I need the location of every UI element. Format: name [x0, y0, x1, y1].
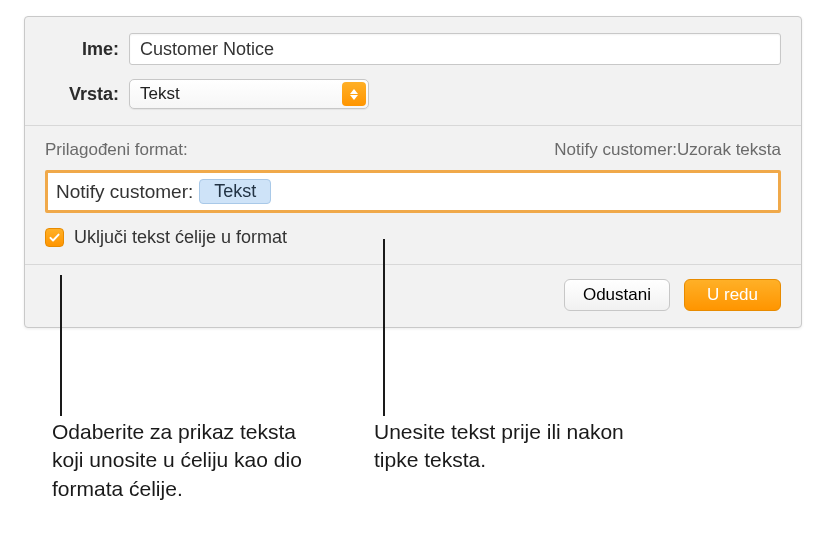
ok-button[interactable]: U redu	[684, 279, 781, 311]
custom-format-section: Prilagođeni format: Notify customer:Uzor…	[25, 126, 801, 265]
cancel-button[interactable]: Odustani	[564, 279, 670, 311]
name-row: Ime:	[45, 33, 781, 65]
name-label: Ime:	[45, 39, 119, 60]
custom-format-label: Prilagođeni format:	[45, 140, 188, 160]
callout-text-right: Unesite tekst prije ili nakon tipke teks…	[374, 418, 634, 475]
text-token[interactable]: Tekst	[199, 179, 271, 204]
include-cell-text-checkbox[interactable]	[45, 228, 64, 247]
callout-text-left: Odaberite za prikaz teksta koji unosite …	[52, 418, 312, 503]
format-prefix-text: Notify customer:	[56, 181, 193, 203]
type-select-value: Tekst	[129, 79, 369, 109]
custom-format-preview: Notify customer:Uzorak teksta	[554, 140, 781, 160]
updown-arrows-icon	[342, 82, 366, 106]
dialog-footer: Odustani U redu	[25, 265, 801, 327]
checkmark-icon	[48, 231, 61, 244]
name-input[interactable]	[129, 33, 781, 65]
custom-format-heading-row: Prilagođeni format: Notify customer:Uzor…	[45, 140, 781, 160]
include-cell-text-row: Uključi tekst ćelije u format	[45, 227, 781, 248]
include-cell-text-label: Uključi tekst ćelije u format	[74, 227, 287, 248]
type-row: Vrsta: Tekst	[45, 79, 781, 109]
custom-format-field[interactable]: Notify customer: Tekst	[45, 170, 781, 213]
callout-line-right	[383, 239, 385, 416]
callout-line-left	[60, 275, 62, 416]
type-select[interactable]: Tekst	[129, 79, 369, 109]
type-label: Vrsta:	[45, 84, 119, 105]
dialog-header-section: Ime: Vrsta: Tekst	[25, 17, 801, 126]
custom-format-dialog: Ime: Vrsta: Tekst Prilagođeni format: No…	[24, 16, 802, 328]
